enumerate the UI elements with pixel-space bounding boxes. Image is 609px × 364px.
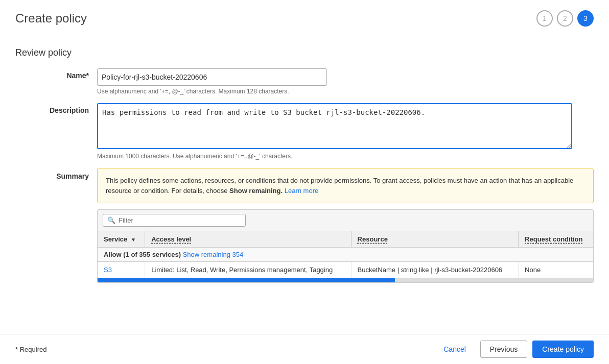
name-hint: Use alphanumeric and '+=,.@-_' character… <box>97 88 455 95</box>
show-remaining-link[interactable]: Show remaining 354 <box>183 251 244 258</box>
summary-label: Summary <box>15 168 97 180</box>
page-footer: * Required Cancel Previous Create policy <box>0 334 609 364</box>
name-label: Name* <box>15 68 97 80</box>
learn-more-link[interactable]: Learn more <box>285 187 318 195</box>
page-title: Create policy <box>15 11 87 26</box>
table-header: Service ▼ Access level Resource Request … <box>98 231 593 248</box>
allow-row-cell: Allow (1 of 355 services) Show remaining… <box>98 248 593 262</box>
search-icon: 🔍 <box>107 216 115 224</box>
summary-content: This policy defines some actions, resour… <box>97 168 594 283</box>
name-row: Name* Use alphanumeric and '+=,.@-_' cha… <box>15 68 594 95</box>
table-container: 🔍 Service ▼ Access level <box>97 209 594 283</box>
step-1: 1 <box>536 10 553 27</box>
section-title: Review policy <box>15 47 594 58</box>
required-note: * Required <box>15 346 46 353</box>
filter-input-wrap[interactable]: 🔍 <box>103 214 246 227</box>
description-field-group: Maximum 1000 characters. Use alphanumeri… <box>97 103 455 160</box>
warning-text-before: This policy defines some actions, resour… <box>106 177 573 195</box>
allow-row-label: Allow (1 of 355 services) <box>104 251 181 258</box>
col-access-level-label: Access level <box>151 235 191 243</box>
table-row: S3 Limited: List, Read, Write, Permissio… <box>98 262 593 278</box>
col-request-condition: Request condition <box>519 231 593 248</box>
summary-row: Summary This policy defines some actions… <box>15 168 594 283</box>
cell-service: S3 <box>98 262 145 278</box>
col-service-label: Service <box>104 235 127 243</box>
step-3: 3 <box>577 10 594 27</box>
description-label: Description <box>15 103 97 114</box>
description-row: Description Maximum 1000 characters. Use… <box>15 103 594 160</box>
warning-box: This policy defines some actions, resour… <box>97 168 594 203</box>
cell-resource: BucketName | string like | rjl-s3-bucket… <box>351 262 519 278</box>
table-filter-bar: 🔍 <box>98 210 593 231</box>
filter-input[interactable] <box>119 216 241 224</box>
step-indicators: 1 2 3 <box>536 10 594 27</box>
create-policy-button[interactable]: Create policy <box>532 341 594 358</box>
main-content: Review policy Name* Use alphanumeric and… <box>0 35 609 334</box>
footer-buttons: Cancel Previous Create policy <box>434 341 594 358</box>
col-access-level: Access level <box>145 231 351 248</box>
sort-arrow: ▼ <box>131 237 136 242</box>
cell-access-level: Limited: List, Read, Write, Permissions … <box>145 262 351 278</box>
summary-table: Service ▼ Access level Resource Request … <box>98 231 593 278</box>
page-header: Create policy 1 2 3 <box>0 0 609 35</box>
description-textarea[interactable] <box>97 103 572 149</box>
description-hint: Maximum 1000 characters. Use alphanumeri… <box>97 153 455 160</box>
name-input[interactable] <box>97 68 327 86</box>
allow-row: Allow (1 of 355 services) Show remaining… <box>98 248 593 262</box>
col-service[interactable]: Service ▼ <box>98 231 145 248</box>
col-request-condition-label: Request condition <box>525 235 582 243</box>
s3-link[interactable]: S3 <box>104 266 112 274</box>
table-body: Allow (1 of 355 services) Show remaining… <box>98 248 593 278</box>
previous-button[interactable]: Previous <box>480 341 527 358</box>
step-2: 2 <box>557 10 573 27</box>
cell-request-condition: None <box>519 262 593 278</box>
cancel-button[interactable]: Cancel <box>434 341 475 357</box>
col-resource: Resource <box>351 231 519 248</box>
col-resource-label: Resource <box>358 235 388 243</box>
scroll-indicator <box>98 278 593 282</box>
name-field-group: Use alphanumeric and '+=,.@-_' character… <box>97 68 455 95</box>
warning-bold-text: Show remaining. <box>229 187 283 195</box>
